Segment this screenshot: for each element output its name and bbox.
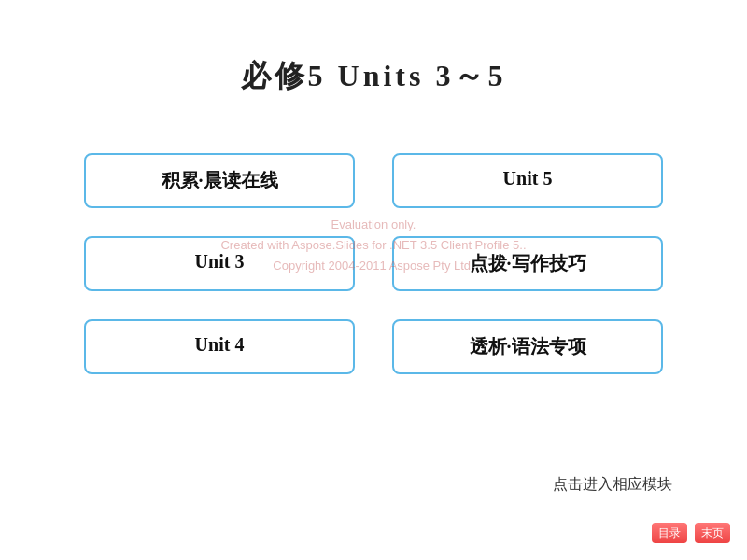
page-title: 必修5 Units 3～5: [0, 0, 747, 97]
module-unit5[interactable]: Unit 5: [392, 153, 663, 208]
bottom-instruction: 点击进入相应模块: [553, 475, 672, 495]
end-button[interactable]: 末页: [695, 523, 730, 543]
module-unit3[interactable]: Unit 3: [84, 236, 355, 291]
module-dianzhe[interactable]: 点拨·写作技巧: [392, 236, 663, 291]
nav-buttons: 目录 末页: [652, 523, 730, 543]
module-unit4[interactable]: Unit 4: [84, 319, 355, 374]
module-grid: 积累·晨读在线 Unit 5 Unit 3 点拨·写作技巧 Unit 4 透析·…: [84, 153, 663, 374]
module-jilei[interactable]: 积累·晨读在线: [84, 153, 355, 208]
module-touxi[interactable]: 透析·语法专项: [392, 319, 663, 374]
home-button[interactable]: 目录: [652, 523, 687, 543]
